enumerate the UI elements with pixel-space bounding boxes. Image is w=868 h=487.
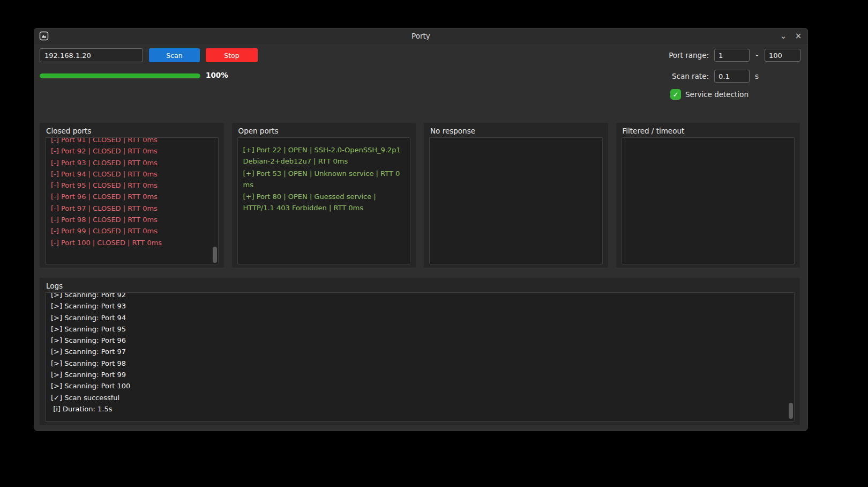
filtered-title: Filtered / timeout <box>616 123 800 139</box>
log-row: [>] Scanning: Port 95 <box>51 323 789 335</box>
log-row: [>] Scanning: Port 99 <box>51 369 789 380</box>
scan-rate-unit: s <box>755 72 800 80</box>
window-title: Porty <box>34 32 807 40</box>
scan-rate-label: Scan rate: <box>672 72 709 80</box>
closed-ports-list[interactable]: [-] Port 91 | CLOSED | RTT 0ms[-] Port 9… <box>45 137 219 264</box>
no-response-panel: No response <box>424 123 608 268</box>
result-panels: Closed ports [-] Port 91 | CLOSED | RTT … <box>40 123 800 268</box>
check-icon: ✓ <box>673 91 679 99</box>
port-range-to-input[interactable] <box>765 49 800 62</box>
log-row: [>] Scanning: Port 93 <box>51 300 789 312</box>
titlebar-buttons: ⌄ × <box>779 32 803 40</box>
scan-rate-input[interactable] <box>714 70 750 83</box>
service-detection-checkbox[interactable]: ✓ <box>670 89 681 100</box>
open-port-row: [+] Port 22 | OPEN | SSH-2.0-OpenSSH_9.2… <box>243 144 405 167</box>
closed-port-row: [-] Port 93 | CLOSED | RTT 0ms <box>51 157 213 168</box>
port-range-label: Port range: <box>669 51 709 60</box>
minimize-button[interactable]: ⌄ <box>779 32 788 40</box>
log-row: [✓] Scan successful <box>51 392 789 403</box>
port-range-from-input[interactable] <box>714 49 750 62</box>
app-icon <box>39 31 49 41</box>
close-icon: × <box>795 31 802 41</box>
open-ports-panel: Open ports [+] Port 22 | OPEN | SSH-2.0-… <box>232 123 416 268</box>
port-range-separator: - <box>755 51 759 60</box>
chevron-down-icon: ⌄ <box>780 31 787 41</box>
open-ports-list[interactable]: [+] Port 22 | OPEN | SSH-2.0-OpenSSH_9.2… <box>237 137 411 264</box>
open-ports-title: Open ports <box>232 123 416 139</box>
closed-port-row: [-] Port 98 | CLOSED | RTT 0ms <box>51 214 213 225</box>
progress-fill <box>40 73 200 78</box>
log-row: [>] Scanning: Port 94 <box>51 312 789 323</box>
logs-title: Logs <box>40 278 800 294</box>
open-port-row: [+] Port 53 | OPEN | Unknown service | R… <box>243 168 405 191</box>
logs-panel: Logs [>] Scanning: Port 92[>] Scanning: … <box>40 278 800 425</box>
scrollbar-thumb[interactable] <box>789 403 793 419</box>
log-row: [>] Scanning: Port 100 <box>51 380 789 392</box>
closed-port-row: [-] Port 99 | CLOSED | RTT 0ms <box>51 225 213 237</box>
closed-port-row: [-] Port 95 | CLOSED | RTT 0ms <box>51 180 213 191</box>
no-response-list[interactable] <box>429 137 603 264</box>
log-row: [>] Scanning: Port 97 <box>51 346 789 357</box>
log-row: [>] Scanning: Port 96 <box>51 335 789 346</box>
service-detection-row: ✓ Service detection <box>670 89 749 100</box>
target-ip-input[interactable] <box>40 48 143 62</box>
logs-list[interactable]: [>] Scanning: Port 92[>] Scanning: Port … <box>45 292 795 422</box>
progress-bar <box>40 73 200 78</box>
closed-port-row: [-] Port 94 | CLOSED | RTT 0ms <box>51 168 213 180</box>
log-row: [>] Scanning: Port 92 <box>51 292 789 300</box>
no-response-title: No response <box>424 123 608 139</box>
filtered-list[interactable] <box>622 137 795 264</box>
scrollbar-thumb[interactable] <box>213 247 217 263</box>
filtered-panel: Filtered / timeout <box>616 123 800 268</box>
open-port-row: [+] Port 80 | OPEN | Guessed service | H… <box>243 191 405 214</box>
closed-port-row: [-] Port 96 | CLOSED | RTT 0ms <box>51 191 213 202</box>
scan-button[interactable]: Scan <box>149 48 200 62</box>
titlebar[interactable]: Porty ⌄ × <box>34 28 807 43</box>
scan-rate-row: Scan rate: s <box>672 69 800 83</box>
close-button[interactable]: × <box>794 32 803 40</box>
log-row: [>] Scanning: Port 98 <box>51 358 789 369</box>
port-range-row: Port range: - <box>669 48 800 62</box>
stop-button[interactable]: Stop <box>206 48 258 62</box>
closed-ports-title: Closed ports <box>40 123 224 139</box>
closed-port-row: [-] Port 100 | CLOSED | RTT 0ms <box>51 237 213 248</box>
closed-port-row: [-] Port 97 | CLOSED | RTT 0ms <box>51 203 213 214</box>
porty-window: Porty ⌄ × Scan Stop Port range: - 100% S… <box>34 28 808 431</box>
closed-ports-panel: Closed ports [-] Port 91 | CLOSED | RTT … <box>40 123 224 268</box>
service-detection-label: Service detection <box>685 90 749 99</box>
progress-percent-label: 100% <box>206 71 228 79</box>
closed-port-row: [-] Port 92 | CLOSED | RTT 0ms <box>51 145 213 157</box>
closed-port-row: [-] Port 91 | CLOSED | RTT 0ms <box>51 137 213 145</box>
log-row: [i] Duration: 1.5s <box>51 403 789 415</box>
